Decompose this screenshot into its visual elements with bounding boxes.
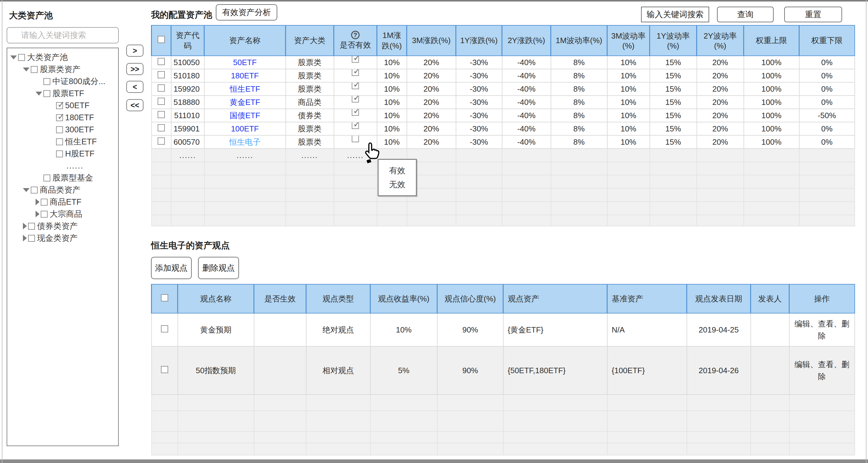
caret-right-icon[interactable] [36,211,39,217]
valid-checkbox[interactable] [352,135,359,142]
tree-item-checkbox[interactable] [43,90,50,97]
tree-item[interactable]: 股票ETF [7,87,118,99]
row-checkbox[interactable] [161,366,168,373]
empty-cell [370,432,437,443]
caret-right-icon[interactable] [36,198,39,205]
asset-name-link[interactable]: 恒生ETF [230,84,260,93]
tree-item-checkbox[interactable] [41,211,48,218]
caret-down-icon[interactable] [23,188,30,192]
row-actions-links[interactable]: 编辑、查看、删除 [791,357,853,384]
row-checkbox[interactable] [158,71,165,79]
select-all-checkbox[interactable] [161,294,168,302]
valid-checkbox[interactable] [352,96,359,102]
tree-item-checkbox[interactable] [28,235,35,242]
sidebar-search-input[interactable] [7,27,119,43]
analyze-valid-assets-button[interactable]: 有效资产分析 [216,4,277,21]
pool-table: 资产代码资产名称资产大类?是否有效1M涨跌(%)3M涨跌(%)1Y涨跌(%)2Y… [151,25,855,226]
valid-checkbox[interactable] [352,122,359,129]
caret-right-icon[interactable] [23,235,27,242]
row-checkbox[interactable] [158,111,165,118]
caret-down-icon[interactable] [10,56,17,59]
query-button[interactable]: 查询 [717,7,774,22]
tree-item[interactable]: 中证800成分... [7,75,118,87]
hand-cursor-icon [362,141,381,165]
caret-down-icon[interactable] [36,92,42,96]
caret-right-icon[interactable] [23,223,27,229]
row-checkbox[interactable] [158,58,165,65]
tree-item-checkbox[interactable] [56,102,63,109]
tree-item-checkbox[interactable] [41,198,48,206]
row-checkbox[interactable] [158,84,165,92]
row-checkbox[interactable] [158,98,165,105]
tree-item-checkbox[interactable] [56,114,63,121]
asset-category-cell: 股票类 [286,82,334,96]
tree-item[interactable]: 大类资产池 [7,51,118,63]
tree-item[interactable]: 商品ETF [7,196,118,208]
reset-button[interactable]: 重置 [784,7,842,22]
view-assets-cell: {黄金ETF} [503,313,607,346]
tree-item[interactable]: 300ETF [7,124,118,136]
tree-item[interactable]: 债券类资产 [7,220,118,232]
add-view-button[interactable]: 添加观点 [151,257,192,279]
tree-item[interactable]: H股ETF [7,148,118,160]
tree-item[interactable]: 现金类资产 [7,232,118,244]
tree-item-checkbox[interactable] [18,54,25,61]
view-confidence-cell: 90% [437,313,503,346]
valid-checkbox[interactable] [352,82,359,89]
caret-down-icon[interactable] [23,67,30,71]
move-all-left-button[interactable]: << [126,99,144,111]
valid-checkbox[interactable] [352,69,359,76]
empty-cell [799,175,855,188]
asset-name-link[interactable]: 50ETF [233,58,256,67]
tree-item-checkbox[interactable] [43,78,50,85]
asset-name-link[interactable]: 恒生电子 [229,137,261,147]
tree-item[interactable]: 50ETF [7,99,118,112]
value-cell: 15% [650,82,697,96]
row-checkbox[interactable] [158,124,165,131]
tree-item[interactable]: 商品类资产 [7,184,118,196]
tree-item-label: 股票型基金 [53,173,93,183]
valid-checkbox[interactable] [352,109,359,116]
empty-cell [744,175,799,188]
valid-checkbox[interactable] [352,56,359,63]
tree-item[interactable]: 股票型基金 [7,172,118,184]
asset-name-link[interactable]: 100ETF [231,124,259,133]
row-actions-links[interactable]: 编辑、查看、删除 [791,316,853,344]
tree-item-checkbox[interactable] [28,223,35,230]
tree-item[interactable]: 大宗商品 [7,208,118,220]
value-cell: 10% [377,135,407,149]
row-checkbox[interactable] [161,325,168,333]
tree-item[interactable]: ...... [7,160,118,172]
tree-item-checkbox[interactable] [31,66,38,73]
tree-item-checkbox[interactable] [31,187,38,193]
asset-name-link[interactable]: 180ETF [231,71,259,80]
empty-cell [456,162,502,175]
tree-item-checkbox[interactable] [56,150,63,157]
tree-item[interactable]: 股票类资产 [7,63,118,75]
tree-item-checkbox[interactable] [43,175,50,182]
move-left-button[interactable]: < [126,81,144,93]
delete-view-button[interactable]: 删除观点 [198,257,239,279]
tree-item-label: 大宗商品 [50,209,82,219]
asset-name-link[interactable]: 国债ETF [230,111,260,120]
tree-item-checkbox[interactable] [56,126,63,133]
row-select-cell [152,135,171,149]
tree-item[interactable]: 180ETF [7,112,118,124]
value-cell: -30% [456,56,502,69]
keyword-search-input[interactable] [641,7,709,22]
asset-category-cell: 股票类 [286,69,334,82]
asset-name-link[interactable]: 黄金ETF [230,98,260,107]
tree-item-label: 债券类资产 [37,221,78,232]
move-right-button[interactable]: > [126,44,144,57]
value-cell: -30% [456,69,502,82]
tree-item-label: 50ETF [65,101,90,110]
column-header: 观点信心度(%) [437,284,503,313]
value-cell: 20% [697,122,744,135]
move-all-right-button[interactable]: >> [126,63,144,75]
row-checkbox[interactable] [158,137,165,145]
tree-item-checkbox[interactable] [56,138,63,145]
select-all-checkbox[interactable] [158,36,165,43]
tree-item[interactable]: 恒生ETF [7,136,118,148]
empty-row [152,188,855,202]
empty-row [152,175,855,188]
